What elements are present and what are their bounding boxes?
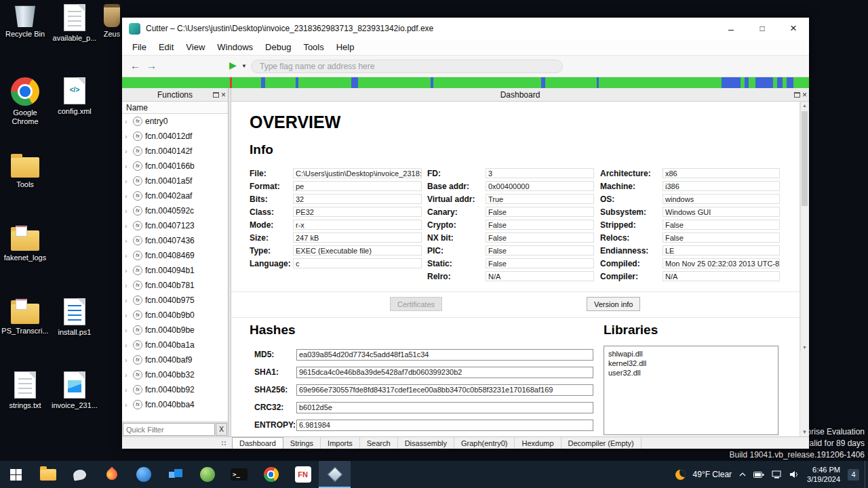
expand-chevron-icon[interactable]: › (125, 356, 130, 364)
expand-chevron-icon[interactable]: › (125, 311, 130, 319)
info-value-field[interactable]: i386 (663, 181, 780, 191)
info-value-field[interactable]: N/A (486, 271, 594, 281)
info-value-field[interactable]: pe (293, 181, 422, 191)
menu-item[interactable]: Edit (153, 40, 180, 54)
taskbar-file-explorer[interactable] (32, 461, 64, 488)
hash-value-field[interactable]: 69e966e730557fde8fd84317cdef1ece00a8bb34… (296, 384, 593, 396)
taskbar-app-tiles[interactable] (159, 461, 191, 488)
flag-search-input[interactable] (251, 60, 563, 73)
functions-scrollbar[interactable]: ▲ ▼ (800, 102, 808, 351)
expand-chevron-icon[interactable]: › (125, 237, 130, 245)
info-value-field[interactable]: 32 (293, 194, 422, 204)
scrollbar-thumb[interactable] (802, 111, 808, 206)
expand-chevron-icon[interactable]: › (125, 132, 130, 140)
desktop-icon-config-xml[interactable]: config.xml (50, 77, 100, 116)
clock[interactable]: 6:46 PM 3/19/2024 (807, 465, 840, 484)
info-value-field[interactable]: 0x00400000 (486, 181, 594, 191)
back-arrow-icon[interactable]: ← (130, 60, 140, 71)
expand-chevron-icon[interactable]: › (125, 177, 130, 185)
info-value-field[interactable]: True (486, 194, 594, 204)
info-value-field[interactable]: False (486, 245, 594, 256)
view-tab[interactable]: Imports (321, 437, 360, 449)
function-list-item[interactable]: › entry0 (122, 114, 219, 129)
view-tab[interactable]: Decompiler (Empty) (561, 437, 642, 449)
info-value-field[interactable]: c (293, 258, 422, 268)
view-tab[interactable]: Dashboard (232, 437, 283, 449)
function-list-item[interactable]: › fcn.0040b975 (122, 293, 219, 308)
expand-chevron-icon[interactable]: › (125, 281, 130, 289)
expand-chevron-icon[interactable]: › (125, 266, 130, 274)
info-value-field[interactable]: EXEC (Executable file) (293, 245, 422, 256)
function-list-item[interactable]: › fcn.00408469 (122, 248, 219, 263)
libraries-list[interactable]: shlwapi.dllkernel32.dlluser32.dll (604, 346, 778, 435)
weather-widget[interactable]: 49°F Clear (693, 470, 732, 479)
function-list-item[interactable]: › fcn.004094b1 (122, 263, 219, 278)
hash-value-field[interactable]: ea039a854d20d7734c5add48f1a51c34 (296, 349, 593, 361)
info-value-field[interactable]: False (663, 220, 780, 230)
function-list-item[interactable]: › fcn.0040b9b0 (122, 308, 219, 323)
hash-value-field[interactable]: 9615dca4c0e46b8a39de5428af7db060399230b2 (296, 367, 593, 378)
desktop-icon-install-ps1[interactable]: install.ps1 (50, 298, 100, 337)
scroll-up-icon[interactable]: ▲ (801, 103, 808, 108)
desktop-icon-ps-transcripts[interactable]: PS_Transcri... (0, 298, 50, 336)
expand-chevron-icon[interactable]: › (125, 386, 130, 394)
battery-icon[interactable] (753, 471, 764, 479)
function-list-item[interactable]: › fcn.0040b9be (122, 323, 219, 338)
expand-chevron-icon[interactable]: › (125, 117, 130, 125)
menu-item[interactable]: File (126, 40, 153, 54)
function-list-item[interactable]: › fcn.00401a5f (122, 174, 219, 188)
debug-play-icon[interactable]: ▶ (229, 60, 237, 70)
info-value-field[interactable]: False (486, 220, 594, 230)
view-tab[interactable]: Disassembly (398, 437, 454, 449)
function-list-item[interactable]: › fcn.00407436 (122, 233, 219, 248)
function-list-item[interactable]: › fcn.0040b781 (122, 278, 219, 293)
expand-chevron-icon[interactable]: › (125, 371, 130, 379)
view-tab[interactable]: Hexdump (515, 437, 561, 449)
dock-handle-dots[interactable] (221, 441, 226, 446)
info-value-field[interactable]: windows (663, 194, 780, 204)
hash-value-field[interactable]: 6.981984 (296, 420, 593, 431)
expand-chevron-icon[interactable]: › (125, 207, 130, 215)
taskbar-cutter-active[interactable] (319, 461, 351, 488)
night-weather-icon[interactable] (675, 470, 686, 480)
info-value-field[interactable]: 247 kB (293, 232, 422, 243)
certificates-button[interactable]: Certificates (390, 297, 442, 311)
dock-close-icon[interactable]: × (221, 91, 226, 99)
menu-item[interactable]: View (180, 40, 211, 54)
hash-value-field[interactable]: b6012d5e (296, 402, 593, 413)
desktop-icon-fakenet-logs[interactable]: fakenet_logs (0, 225, 50, 262)
taskbar-app-green[interactable] (191, 461, 223, 488)
functions-panel-titlebar[interactable]: Functions × (122, 88, 228, 102)
debug-dropdown-caret-icon[interactable]: ▼ (241, 63, 247, 69)
tray-expand-chevron-icon[interactable] (739, 472, 746, 476)
desktop-icon-tools[interactable]: Tools (0, 152, 50, 189)
info-value-field[interactable]: Mon Nov 25 02:32:03 2013 UTC-8 (663, 258, 780, 268)
scroll-down-icon[interactable]: ▼ (800, 429, 809, 435)
start-button[interactable] (0, 461, 32, 488)
menu-item[interactable]: Tools (297, 40, 330, 54)
desktop-icon-strings-txt[interactable]: strings.txt (0, 371, 50, 410)
info-value-field[interactable]: C:\Users\justin\Desktop\invoice_2318: (293, 168, 422, 178)
dock-close-icon[interactable]: × (802, 91, 807, 99)
function-list-item[interactable]: › fcn.0040bb32 (122, 367, 219, 382)
view-tab[interactable]: Graph(entry0) (454, 437, 515, 449)
function-list-item[interactable]: › fcn.0040bb92 (122, 382, 219, 397)
expand-chevron-icon[interactable]: › (125, 296, 130, 304)
action-center-badge[interactable]: 4 (848, 469, 859, 481)
info-value-field[interactable]: r-x (293, 220, 422, 230)
version-info-button[interactable]: Version info (587, 297, 640, 311)
desktop-icon-google-chrome[interactable]: Google Chrome (0, 77, 50, 126)
volume-icon[interactable] (789, 470, 800, 479)
quick-filter-input[interactable] (123, 423, 215, 436)
expand-chevron-icon[interactable]: › (125, 341, 130, 349)
function-list-item[interactable]: › fcn.004012df (122, 129, 219, 144)
taskbar-app-blue[interactable] (127, 461, 159, 488)
info-value-field[interactable]: 3 (486, 168, 594, 178)
function-list-item[interactable]: › fcn.0040bba4 (122, 397, 219, 412)
functions-column-header[interactable]: Name (122, 102, 228, 114)
close-button[interactable]: × (778, 18, 809, 39)
view-tab[interactable]: Strings (283, 437, 321, 449)
show-desktop-button[interactable] (865, 461, 868, 488)
info-value-field[interactable]: LE (663, 245, 780, 256)
taskbar-chrome[interactable] (255, 461, 287, 488)
